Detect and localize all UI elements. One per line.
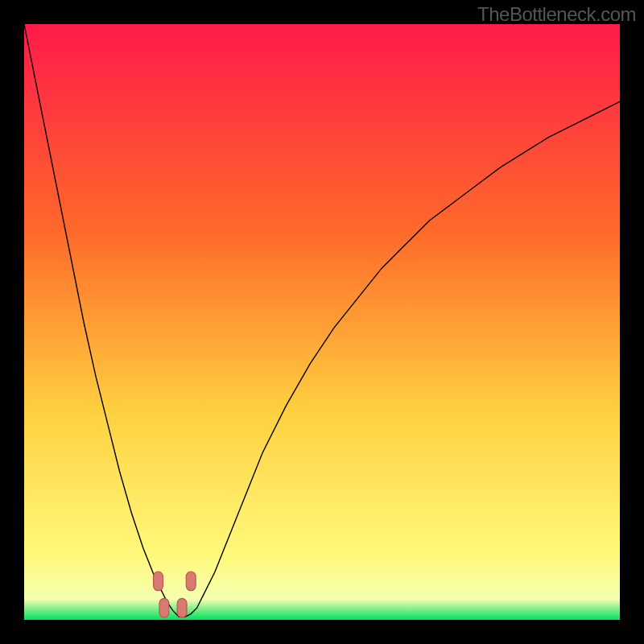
curve-marker	[186, 572, 196, 591]
chart-frame: TheBottleneck.com	[0, 0, 644, 644]
attribution-text: TheBottleneck.com	[477, 3, 636, 26]
bottleneck-chart	[24, 24, 620, 620]
curve-marker	[177, 598, 187, 617]
curve-marker	[159, 598, 169, 617]
gradient-background	[24, 24, 620, 620]
curve-marker	[154, 572, 163, 591]
